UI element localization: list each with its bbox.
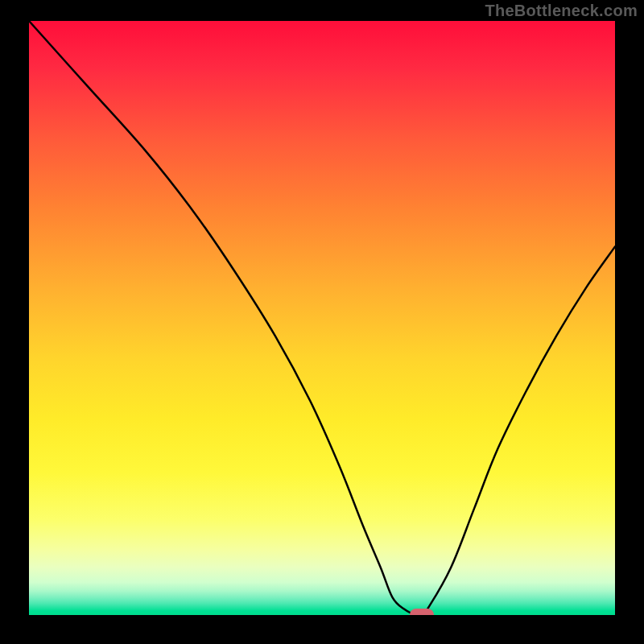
- chart-plot-area: [29, 21, 615, 615]
- watermark-text: TheBottleneck.com: [485, 2, 638, 20]
- bottleneck-curve: [29, 21, 615, 615]
- optimal-marker: [410, 609, 434, 615]
